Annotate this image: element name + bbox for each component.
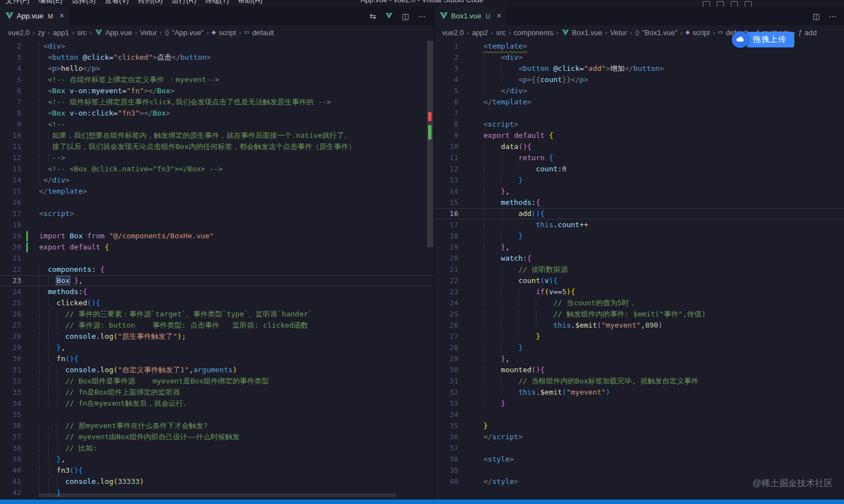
line-number[interactable]: 8	[434, 119, 458, 130]
layout-toggle-icons[interactable]	[703, 1, 752, 7]
breadcrumb-item[interactable]: vue2.0	[8, 28, 30, 37]
line-number[interactable]: 5	[0, 74, 21, 85]
code-line[interactable]: 8 <Box v-on:click="fn3"></Box>	[0, 108, 434, 119]
line-number[interactable]: 8	[0, 108, 21, 119]
code-line[interactable]: 2 <div>	[0, 41, 434, 52]
toggle-panel-icon[interactable]	[703, 1, 710, 7]
code-line[interactable]: 37 // myevent由Box组件内部自己设计——什么时候触发	[0, 431, 434, 443]
code-line[interactable]: 9 <!--	[0, 119, 434, 130]
code-line[interactable]: 10 data(){	[434, 141, 844, 152]
menu-item[interactable]: 帮助(H)	[238, 0, 262, 6]
more-actions-icon[interactable]: ⋯	[418, 12, 426, 21]
code-line[interactable]: 18 }	[434, 231, 844, 242]
code-line[interactable]: 12 -->	[0, 152, 434, 164]
menu-item[interactable]: 选择(S)	[71, 0, 95, 6]
line-number[interactable]: 11	[434, 152, 458, 164]
code-line[interactable]: 33 // fn是Box组件上面绑定的监听器	[0, 387, 434, 398]
code-line[interactable]: 17<script>	[0, 208, 434, 219]
line-number[interactable]: 1	[434, 41, 458, 52]
split-editor-icon[interactable]: ◫	[813, 12, 820, 21]
horizontal-scrollbar[interactable]	[39, 493, 396, 497]
tab-app-vue[interactable]: App.vue M ✕	[0, 7, 70, 25]
line-number[interactable]: 25	[0, 297, 21, 309]
code-line[interactable]: 38<style>	[434, 454, 844, 465]
line-number[interactable]: 7	[434, 108, 458, 119]
line-number[interactable]: 7	[0, 97, 21, 108]
line-number[interactable]: 15	[434, 197, 458, 208]
line-number[interactable]: 2	[0, 41, 21, 52]
line-number[interactable]: 20	[0, 242, 21, 253]
line-number[interactable]: 23	[434, 286, 458, 297]
line-number[interactable]: 22	[434, 275, 458, 286]
line-number[interactable]: 13	[434, 175, 458, 186]
code-line[interactable]: 17 this.count++	[434, 219, 844, 231]
code-line[interactable]: 32 this.$emit("myevent")	[434, 387, 844, 398]
menu-item[interactable]: 终端(T)	[205, 0, 229, 6]
breadcrumb-item[interactable]: zy	[37, 28, 45, 37]
line-number[interactable]: 35	[0, 409, 21, 420]
code-line[interactable]: 7	[434, 108, 844, 119]
code-line[interactable]: 2 <div>	[434, 52, 844, 63]
breadcrumb-item[interactable]: "Box1.vue"	[642, 28, 677, 37]
line-number[interactable]: 20	[434, 253, 458, 264]
code-line[interactable]: 30 mounted(){	[434, 364, 844, 376]
line-number[interactable]: 16	[434, 208, 458, 219]
line-number[interactable]: 11	[0, 141, 21, 152]
line-number[interactable]: 2	[434, 52, 458, 63]
code-line[interactable]: 34	[434, 409, 844, 420]
code-line[interactable]: 13 }	[434, 175, 844, 186]
code-line[interactable]: 14 },	[434, 186, 844, 197]
code-line[interactable]: 34 // fn在myevent触发后，就会运行。	[0, 398, 434, 409]
code-line[interactable]: 14 </div>	[0, 175, 434, 186]
code-line[interactable]: 39	[434, 465, 844, 476]
code-line[interactable]: 29 },	[0, 342, 434, 353]
line-number[interactable]: 26	[0, 309, 21, 320]
code-line[interactable]: 36</script>	[434, 431, 844, 443]
line-number[interactable]: 3	[0, 52, 21, 63]
code-line[interactable]: 19import Box from "@/components/BoxHe.vu…	[0, 231, 434, 242]
code-line[interactable]: 25 // 触发组件内的事件: $emit("事件",传值)	[434, 309, 844, 320]
code-line[interactable]: 8<script>	[434, 119, 844, 130]
breadcrumb-item[interactable]: src	[77, 28, 87, 37]
line-number[interactable]: 5	[434, 85, 458, 97]
line-number[interactable]: 34	[0, 398, 21, 409]
line-number[interactable]: 18	[434, 231, 458, 242]
breadcrumb-item[interactable]: app2	[472, 28, 488, 37]
code-editor-left[interactable]: 2 <div>3 <button @click="clicked">点击</bu…	[0, 40, 434, 500]
menu-item[interactable]: 运行(R)	[171, 0, 196, 6]
code-line[interactable]: 31 console.log("自定义事件触发了1",arguments)	[0, 364, 434, 376]
code-line[interactable]: 38 // 比如:	[0, 443, 434, 454]
code-line[interactable]: 20 watch:{	[434, 253, 844, 264]
code-line[interactable]: 16 add(){	[434, 208, 844, 219]
line-number[interactable]: 41	[0, 476, 21, 487]
line-number[interactable]: 16	[0, 197, 21, 208]
code-line[interactable]: 35	[0, 409, 434, 420]
line-number[interactable]: 21	[0, 253, 21, 264]
line-number[interactable]: 13	[0, 164, 21, 175]
split-editor-icon[interactable]: ◫	[402, 12, 409, 21]
code-line[interactable]: 16	[0, 197, 434, 208]
line-number[interactable]: 9	[434, 130, 458, 141]
code-line[interactable]: 18	[0, 219, 434, 231]
line-number[interactable]: 14	[0, 175, 21, 186]
line-number[interactable]: 38	[434, 454, 458, 465]
breadcrumb-item[interactable]: "App.vue"	[172, 28, 204, 37]
line-number[interactable]: 6	[434, 97, 458, 108]
breadcrumb-item[interactable]: add	[804, 28, 817, 37]
code-line[interactable]: 35}	[434, 420, 844, 431]
line-number[interactable]: 37	[0, 431, 21, 443]
code-line[interactable]: 27 }	[434, 331, 844, 342]
line-number[interactable]: 34	[434, 409, 458, 420]
code-line[interactable]: 13 <!-- <Box @click.native="fn3"></Box> …	[0, 164, 434, 175]
line-number[interactable]: 33	[434, 398, 458, 409]
vue-preview-icon[interactable]	[386, 13, 392, 19]
code-line[interactable]: 20export default {	[0, 242, 434, 253]
line-number[interactable]: 36	[434, 431, 458, 443]
line-number[interactable]: 26	[434, 320, 458, 331]
menu-item[interactable]: 编辑(E)	[39, 0, 63, 6]
line-number[interactable]: 14	[434, 186, 458, 197]
line-number[interactable]: 42	[0, 487, 21, 498]
code-line[interactable]: 12 count:0	[434, 164, 844, 175]
breadcrumb-item[interactable]: components	[514, 28, 553, 37]
line-number[interactable]: 39	[0, 454, 21, 465]
